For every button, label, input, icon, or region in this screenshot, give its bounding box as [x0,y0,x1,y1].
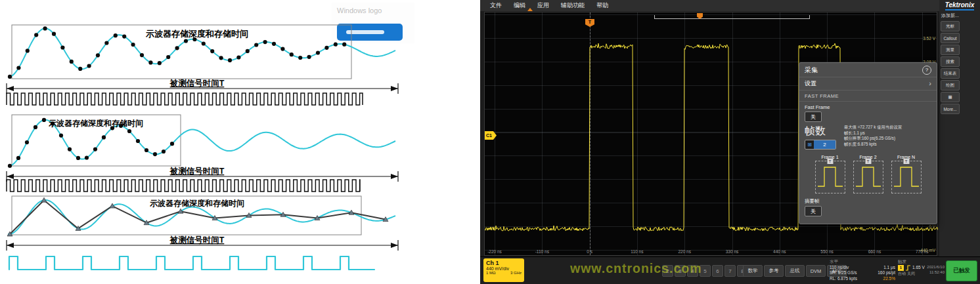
diagram-2-time-label: 被测信号时间T [169,167,225,176]
diagram-1: 示波器存储深度和存储时间 被测信号时间T [0,16,414,108]
x-tick: 220 ns [678,249,691,254]
time-span-arrow: 被测信号时间T [7,235,398,251]
channel-button-4[interactable]: 4 [687,265,698,277]
time-span-arrow: 被测信号时间T [7,79,398,94]
y-tick: 0 V [929,224,935,229]
rising-edge-icon [905,265,911,271]
frames-info-lines: 最大值 =72.727 k 使用当前设置帧长:1.1 μs帧分辨率:160 ps… [844,125,902,150]
trigger-badge[interactable]: 触发 1 1.65 V 自动 关闭 [898,259,928,276]
channel-buttons: 2345678 [662,265,748,277]
settings-row[interactable]: 设置 › [799,77,937,91]
datetime-display: 2021/6/10 11:52:40 [927,265,945,275]
fastframe-label: Fast Frame [805,104,931,110]
diagram-2-title: 示波器存储深度和存储时间 [48,119,143,128]
diagram-2-svg: 示波器存储深度和存储时间 被测信号时间T [0,112,414,193]
x-tick: 110 ns [631,249,643,254]
side-button-绘图[interactable]: 绘图 [941,80,960,91]
menu-item-帮助[interactable]: 帮助 [590,1,614,10]
trigger-level: 1.65 V [912,265,925,271]
side-button-光标[interactable]: 光标 [941,21,960,31]
frame-waveform-box: T [815,161,845,193]
tektronix-logo-swoosh [945,9,974,10]
diagram-3-time-label: 被测信号时间T [169,235,225,245]
channel-button-3[interactable]: 3 [675,265,686,277]
plots-grid-icon-button[interactable]: ▦ [941,92,960,102]
menu-item-应用[interactable]: 应用 [531,1,555,10]
add-new-label[interactable]: 添加新... [939,12,980,20]
frame-cell: Frame 2T [853,155,883,193]
menu-bar: 文件编辑应用辅助功能帮助 [480,0,939,11]
info-line: 帧长度:6.875 kpts [844,142,902,148]
channel-button-5[interactable]: 5 [700,265,711,277]
diagram-3-title: 示波器存储深度和存储时间 [149,199,244,208]
channel-button-7[interactable]: 7 [724,265,736,277]
button-DVM[interactable]: DVM [806,265,826,277]
frame-trigger-flag-icon: T [827,159,833,164]
more-button[interactable]: More... [941,104,960,114]
side-button-搜索[interactable]: 搜索 [941,56,960,67]
horizontal-window: 1.1 μs [883,265,895,271]
trigger-position-line [590,12,590,255]
settings-label: 设置 [805,79,816,88]
trigger-title: 触发 [898,259,928,265]
channel-button-2[interactable]: 2 [662,265,673,277]
acquisition-panel: 采集 ? 设置 › FAST FRAME Fast Frame 关 帧数 ⊞ 2… [799,62,937,224]
summary-frame-toggle[interactable]: 关 [805,206,822,216]
record-view-minimap[interactable] [654,15,810,19]
frame-trigger-flag-icon: T [865,159,871,164]
right-toolbar: Tektronix 添加新... 光标Callout测量搜索结果表绘图▦More… [939,0,980,257]
frame-trigger-flag-icon: T [903,159,909,164]
side-buttons: 光标Callout测量搜索结果表绘图▦More... [939,20,980,115]
y-tick: -440 mV [919,248,935,253]
chevron-right-icon: › [929,81,931,87]
x-tick: -220 ns [487,249,502,254]
horizontal-title: 水平 [830,259,895,265]
date-text: 2021/6/10 [927,265,945,270]
frames-preview: Frame 1TFrame 2TFrame NT [799,150,937,193]
frames-input[interactable]: ⊞ 2 [805,140,836,150]
help-icon[interactable]: ? [922,66,931,75]
oscilloscope-app: 文件编辑应用辅助功能帮助 Tektronix 添加新... 光标Callout测… [480,0,980,284]
button-数学[interactable]: 数学 [743,265,763,277]
menu-item-辅助功能[interactable]: 辅助功能 [555,1,590,10]
time-text: 11:52:40 [927,270,945,275]
channel1-impedance: 1 MΩ [486,271,496,275]
trigger-status-button[interactable]: 已触发 [946,260,977,281]
horizontal-badge[interactable]: 水平 110 ns/div 1.1 μs SR: 6.25 GS/s 160 p… [830,259,895,281]
x-tick: 330 ns [726,249,739,254]
y-tick: 3.52 V [923,36,935,41]
x-tick: 550 ns [820,249,834,254]
side-button-结果表[interactable]: 结果表 [941,68,960,79]
fastframe-toggle[interactable]: 关 [805,112,822,122]
diagram-3-svg: 示波器存储深度和存储时间 被测信号时间T [0,193,414,284]
panel-title: 采集 [805,66,818,75]
diagram-3: 示波器存储深度和存储时间 被测信号时间T [0,193,414,284]
trigger-source-chip: 1 [898,265,904,271]
x-tick: 660 ns [868,249,881,254]
memory-depth-diagram-panel: Windows logo 示波器存储深度和存储时间 被测信号时间T 示波器存储深… [0,0,414,284]
side-button-测量[interactable]: 测量 [941,45,960,55]
menu-item-文件[interactable]: 文件 [484,1,508,10]
channel1-bandwidth: 3 GHz [510,271,522,275]
x-tick: 440 ns [773,249,786,254]
frame-waveform-box: T [853,161,883,193]
channel1-badge[interactable]: Ch 1 440 mV/div 1 MΩ 3 GHz [483,258,524,282]
side-button-Callout[interactable]: Callout [941,33,960,43]
channel1-name: Ch 1 [486,260,522,266]
minimap-trigger-marker[interactable] [697,13,703,19]
summary-frame-label: 摘要帧 [805,198,931,205]
fastframe-section-header: FAST FRAME [799,91,937,102]
x-tick: -110 ns [535,249,549,254]
trigger-holdoff: 关闭 [907,271,915,277]
button-参考[interactable]: 参考 [764,265,784,277]
frame-waveform-box: T [891,161,922,193]
button-总线[interactable]: 总线 [785,265,805,277]
frames-value: 2 [814,140,835,149]
channel-button-6[interactable]: 6 [712,265,723,277]
frame-cell: Frame 1T [815,155,845,193]
menu-caret-marker [527,8,533,11]
x-tick: 0 s [587,249,592,254]
horizontal-position: 22.5% [883,276,895,282]
keypad-icon[interactable]: ⊞ [805,140,814,149]
info-line: 帧长:1.1 μs [844,131,902,136]
